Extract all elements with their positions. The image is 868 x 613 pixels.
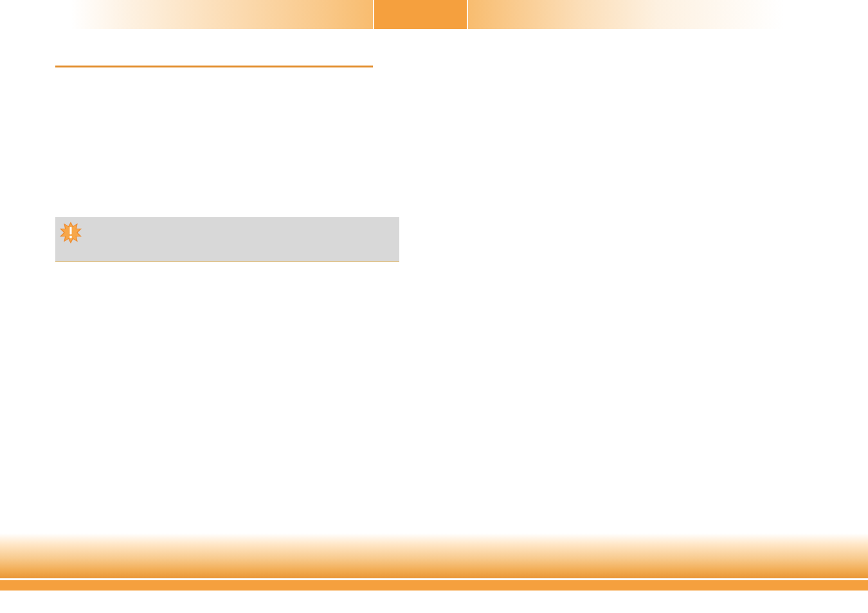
footer-white xyxy=(0,591,868,613)
heading-underline xyxy=(55,66,373,67)
page-heading xyxy=(55,50,373,63)
svg-point-3 xyxy=(69,236,72,238)
alert-burst-icon xyxy=(59,221,82,244)
top-tab-band xyxy=(71,0,784,29)
svg-rect-2 xyxy=(69,227,71,235)
tab-gradient-left xyxy=(71,0,373,29)
tab-active[interactable] xyxy=(373,0,468,29)
callout-box xyxy=(55,217,399,262)
footer-bar xyxy=(0,580,868,591)
footer-gradient xyxy=(0,533,868,578)
tab-gradient-right xyxy=(468,0,784,29)
